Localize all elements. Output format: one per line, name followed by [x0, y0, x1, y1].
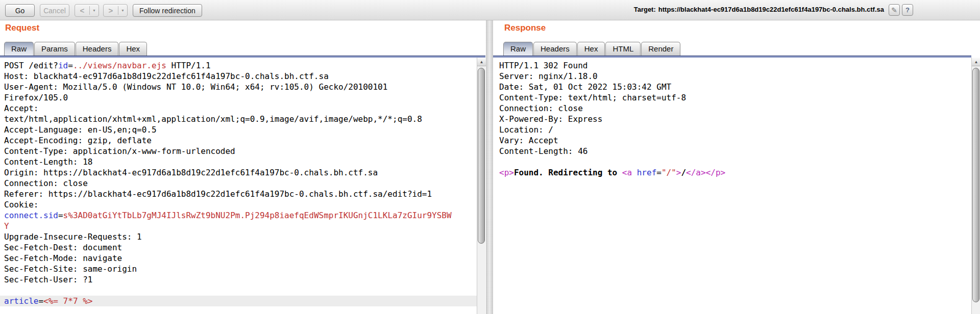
code-line: Referer: https://blackhat4-ec917d6a1b8d1… [0, 189, 477, 199]
panel-splitter[interactable] [486, 20, 493, 314]
tab-response-raw[interactable]: Raw [503, 42, 533, 56]
help-button[interactable]: ? [902, 4, 913, 16]
code-line: Connection: close [0, 178, 477, 189]
chevron-down-icon[interactable]: ▼ [118, 9, 127, 12]
response-panel-title: Response [504, 23, 546, 33]
tab-request-hex[interactable]: Hex [119, 42, 147, 56]
code-line: Content-Type: application/x-www-form-url… [0, 146, 477, 156]
tab-request-params[interactable]: Params [34, 42, 75, 56]
code-line: Upgrade-Insecure-Requests: 1 [0, 231, 477, 242]
code-line: Server: nginx/1.18.0 [493, 71, 971, 82]
code-line: Sec-Fetch-Site: same-origin [0, 264, 477, 274]
tab-response-headers[interactable]: Headers [533, 42, 577, 56]
previous-request-button[interactable]: < ▼ [75, 4, 99, 17]
repeater-view: Go Cancel < ▼ > ▼ Follow redirection Tar… [0, 0, 980, 314]
code-line: Date: Sat, 01 Oct 2022 15:03:42 GMT [493, 82, 971, 92]
request-tabbar: RawParamsHeadersHex [4, 42, 148, 56]
code-line: Accept-Encoding: gzip, deflate [0, 135, 477, 146]
scrollbar-thumb[interactable] [478, 68, 485, 244]
code-line: POST /edit?id=../views/navbar.ejs HTTP/1… [0, 60, 477, 71]
code-line: HTTP/1.1 302 Found [493, 60, 971, 71]
toolbar: Go Cancel < ▼ > ▼ Follow redirection Tar… [0, 0, 980, 20]
request-panel-title: Request [5, 23, 39, 33]
response-scrollbar[interactable]: ▲ [971, 58, 980, 314]
code-line: Content-Type: text/html; charset=utf-8 [493, 92, 971, 103]
code-line: connect.sid=s%3AD0atGiYtTbLb7gMJ4IJlsRwZ… [0, 210, 477, 221]
tab-request-raw[interactable]: Raw [4, 42, 34, 56]
code-line: User-Agent: Mozilla/5.0 (Windows NT 10.0… [0, 82, 477, 92]
code-line: Accept: [0, 103, 477, 114]
code-line: Cookie: [0, 199, 477, 210]
scroll-up-button[interactable]: ▲ [972, 58, 980, 66]
next-request-button[interactable]: > ▼ [103, 4, 128, 17]
scrollbar-thumb[interactable] [972, 68, 979, 302]
target-bar: Target:https://blackhat4-ec917d6a1b8d19c… [634, 6, 884, 13]
response-tabbar: RawHeadersHexHTMLRender [503, 42, 681, 56]
cancel-button[interactable]: Cancel [40, 4, 69, 17]
request-scrollbar[interactable]: ▲ [477, 58, 485, 314]
pencil-icon: ✎ [891, 6, 897, 14]
request-editor[interactable]: POST /edit?id=../views/navbar.ejs HTTP/1… [0, 58, 477, 314]
code-line [0, 285, 477, 296]
code-line: text/html,application/xhtml+xml,applicat… [0, 114, 477, 124]
code-line: Content-Length: 46 [493, 146, 971, 156]
code-line: Content-Length: 18 [0, 156, 477, 167]
tab-response-hex[interactable]: Hex [577, 42, 605, 56]
chevron-down-icon[interactable]: ▼ [90, 9, 99, 12]
code-line: Y [0, 221, 477, 231]
scroll-up-button[interactable]: ▲ [477, 58, 486, 66]
previous-arrow-icon: < [75, 6, 89, 15]
code-line [493, 156, 971, 167]
target-url: https://blackhat4-ec917d6a1b8d19c22d1efc… [658, 6, 884, 13]
go-button[interactable]: Go [5, 4, 35, 17]
code-line: Accept-Language: en-US,en;q=0.5 [0, 124, 477, 135]
tab-response-render[interactable]: Render [641, 42, 680, 56]
code-line: article=<%= 7*7 %> [0, 296, 477, 306]
tab-response-html[interactable]: HTML [605, 42, 641, 56]
tab-request-headers[interactable]: Headers [76, 42, 119, 56]
code-line: <p>Found. Redirecting to <a href="/">/</… [493, 167, 971, 178]
code-line: Host: blackhat4-ec917d6a1b8d19c22d1efc61… [0, 71, 477, 82]
code-line: X-Powered-By: Express [493, 114, 971, 124]
response-editor[interactable]: HTTP/1.1 302 FoundServer: nginx/1.18.0Da… [493, 58, 971, 314]
code-line: Location: / [493, 124, 971, 135]
code-line: Vary: Accept [493, 135, 971, 146]
code-line: Sec-Fetch-Mode: navigate [0, 253, 477, 264]
next-arrow-icon: > [104, 6, 118, 15]
code-line: Firefox/105.0 [0, 92, 477, 103]
code-line: Connection: close [493, 103, 971, 114]
code-line: Origin: https://blackhat4-ec917d6a1b8d19… [0, 167, 477, 178]
code-line: Sec-Fetch-Dest: document [0, 242, 477, 253]
target-label: Target: [634, 6, 656, 13]
edit-target-button[interactable]: ✎ [889, 4, 900, 16]
follow-redirection-button[interactable]: Follow redirection [133, 4, 202, 17]
code-line: Sec-Fetch-User: ?1 [0, 274, 477, 285]
